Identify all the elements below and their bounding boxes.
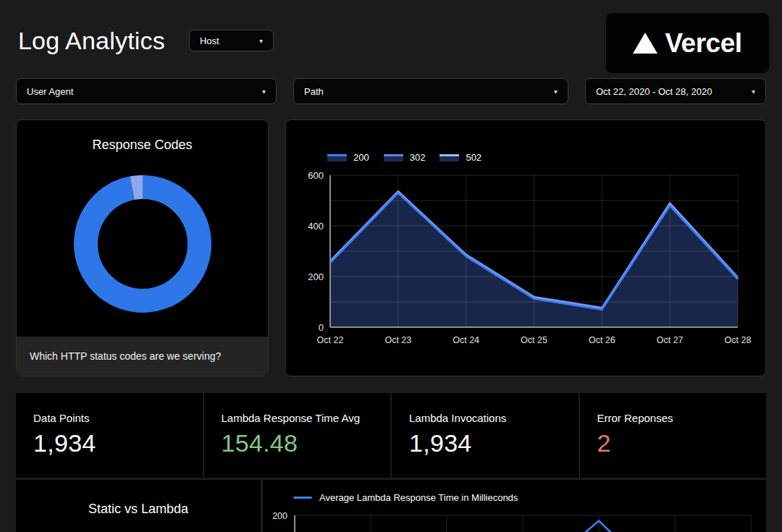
response-codes-title: Response Codes xyxy=(17,138,268,153)
stat-value: 154.48 xyxy=(222,429,391,457)
stat-label: Lambda Response Time Avg xyxy=(222,412,391,424)
legend-label-302: 302 xyxy=(410,152,426,163)
chevron-down-icon: ▾ xyxy=(259,37,263,45)
stat-value: 2 xyxy=(597,429,767,457)
lambda-response-time-chart-card: Average Lambda Response Time in Millieco… xyxy=(263,480,766,532)
donut-slice-0 xyxy=(85,187,199,301)
legend-label-200: 200 xyxy=(353,152,369,163)
svg-text:Oct 25: Oct 25 xyxy=(521,335,547,345)
status-codes-chart-card: 200 302 502 0200400600Oct 22Oct 23Oct 24… xyxy=(285,119,766,376)
host-dropdown-label: Host xyxy=(200,35,219,46)
path-dropdown-label: Path xyxy=(304,86,324,97)
static-vs-lambda-card: Static vs Lambda xyxy=(16,480,261,532)
chevron-down-icon: ▾ xyxy=(262,88,266,96)
stats-row: Data Points 1,934 Lambda Response Time A… xyxy=(16,393,766,478)
legend-swatch-502 xyxy=(440,154,459,161)
date-range-label: Oct 22, 2020 - Oct 28, 2020 xyxy=(596,86,712,97)
svg-text:200: 200 xyxy=(308,271,324,282)
donut-chart xyxy=(17,172,268,316)
stat-card-lambda-response-time-avg: Lambda Response Time Avg 154.48 xyxy=(204,393,391,478)
chevron-down-icon: ▾ xyxy=(554,88,558,96)
stat-value: 1,934 xyxy=(33,429,203,457)
charts-row: Response Codes Which HTTP status codes a… xyxy=(16,119,766,376)
response-codes-caption: Which HTTP status codes are we serving? xyxy=(17,337,268,376)
stat-label: Data Points xyxy=(33,412,203,424)
chart-legend: 200 302 502 xyxy=(327,152,482,163)
legend-swatch-200 xyxy=(327,154,347,161)
svg-text:200: 200 xyxy=(272,511,287,521)
svg-text:600: 600 xyxy=(308,170,324,181)
host-dropdown[interactable]: Host ▾ xyxy=(189,30,274,51)
response-codes-card: Response Codes Which HTTP status codes a… xyxy=(16,119,269,376)
page-title: Log Analytics xyxy=(18,27,165,55)
date-range-dropdown[interactable]: Oct 22, 2020 - Oct 28, 2020 ▾ xyxy=(585,78,766,104)
stat-label: Error Reponses xyxy=(597,412,767,424)
path-dropdown[interactable]: Path ▾ xyxy=(293,78,568,104)
lambda-response-time-chart-svg: 200 xyxy=(263,480,767,532)
svg-text:400: 400 xyxy=(308,221,324,232)
stat-card-error-responses: Error Reponses 2 xyxy=(580,393,767,478)
svg-text:Oct 26: Oct 26 xyxy=(589,335,615,345)
vercel-logo-card: Vercel xyxy=(606,13,769,73)
svg-text:Oct 24: Oct 24 xyxy=(453,335,479,345)
svg-text:Oct 27: Oct 27 xyxy=(657,335,684,345)
filter-bar: User Agent ▾ Path ▾ Oct 22, 2020 - Oct 2… xyxy=(16,78,766,104)
legend-item-200[interactable]: 200 xyxy=(327,152,369,163)
svg-text:Oct 23: Oct 23 xyxy=(384,335,411,345)
user-agent-dropdown[interactable]: User Agent ▾ xyxy=(16,78,277,104)
vercel-logo-text: Vercel xyxy=(665,28,741,59)
user-agent-dropdown-label: User Agent xyxy=(27,86,73,97)
svg-text:Oct 22: Oct 22 xyxy=(317,335,344,345)
vercel-triangle-icon xyxy=(633,33,657,54)
static-vs-lambda-title: Static vs Lambda xyxy=(16,480,261,517)
legend-label-502: 502 xyxy=(466,152,482,163)
svg-text:0: 0 xyxy=(319,322,324,333)
donut-chart-svg xyxy=(70,172,215,316)
chevron-down-icon: ▾ xyxy=(752,88,755,96)
stat-label: Lambda Invocations xyxy=(409,412,579,424)
svg-text:Oct 28: Oct 28 xyxy=(725,335,752,345)
stat-card-lambda-invocations: Lambda Invocations 1,934 xyxy=(392,393,579,478)
legend-item-502[interactable]: 502 xyxy=(440,152,482,163)
stat-card-data-points: Data Points 1,934 xyxy=(16,393,203,478)
stat-value: 1,934 xyxy=(409,429,579,457)
legend-swatch-302 xyxy=(384,154,403,161)
legend-item-302[interactable]: 302 xyxy=(384,152,426,163)
bottom-row: Static vs Lambda Average Lambda Response… xyxy=(16,480,766,532)
